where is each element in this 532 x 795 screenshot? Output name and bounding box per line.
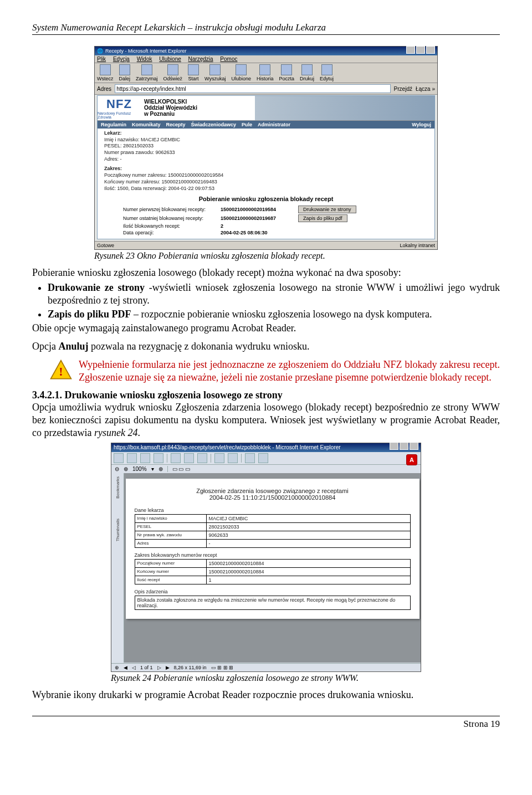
- menu-tools[interactable]: Narzędzia: [188, 56, 213, 62]
- lekarz-block: Lekarz: Imię i nazwisko: MACIEJ GEMBIC P…: [98, 129, 434, 164]
- adobe-logo-icon: A: [406, 454, 417, 465]
- ie-icon: 🌐: [97, 47, 103, 55]
- acrobat-title: https://box.kamsoft.pl:8443/ap-recepty/s…: [114, 443, 341, 452]
- ie-window-screenshot: 🌐Recepty - Microsoft Internet Explorer P…: [94, 46, 438, 250]
- row-first-recipe: Numer pierwszej blokowanej recepty: 1500…: [123, 206, 434, 213]
- hand-tool-icon[interactable]: [171, 453, 181, 463]
- figure-24: https://box.kamsoft.pl:8443/ap-recepty/s…: [111, 443, 421, 683]
- menu-view[interactable]: Widok: [137, 56, 152, 62]
- print-button[interactable]: Drukuj: [300, 64, 314, 81]
- mail-icon[interactable]: [140, 453, 150, 463]
- pdf-table-lekarz: Imię i nazwiskoMACIEJ GEMBIC PESEL280215…: [135, 514, 411, 548]
- back-button[interactable]: Wstecz: [97, 64, 114, 81]
- pdf-section-zakres: Zakres blokowanych numerów recept: [135, 552, 411, 558]
- page-footer: Strona 19: [32, 716, 500, 730]
- save-to-pdf-button[interactable]: Zapis do pliku pdf: [298, 214, 347, 222]
- menu-favorites[interactable]: Ulubione: [159, 56, 181, 62]
- acrobat-titlebar: https://box.kamsoft.pl:8443/ap-recepty/s…: [111, 443, 421, 452]
- nfz-header: NFZ Narodowy Fundusz Zdrowia WIELKOPOLSK…: [98, 96, 434, 121]
- nfz-logo: NFZ Narodowy Fundusz Zdrowia: [98, 96, 141, 120]
- edit-button[interactable]: Edytuj: [320, 64, 334, 81]
- doc-running-header: System Numerowania Recept Lekarskich – i…: [32, 22, 500, 35]
- nav-administrator[interactable]: Administrator: [258, 122, 290, 127]
- svg-text:!: !: [59, 365, 63, 378]
- window-title: Recepty - Microsoft Internet Explorer: [105, 47, 187, 55]
- prev-page-icon[interactable]: [214, 453, 224, 463]
- figure-23-caption: Rysunek 23 Okno Pobierania wniosku zgłos…: [94, 251, 438, 261]
- menu-file[interactable]: Plik: [97, 56, 106, 62]
- bookmarks-tab[interactable]: Bookmarks: [115, 476, 120, 499]
- nav-regulamin[interactable]: Regulamin: [101, 122, 126, 127]
- pdf-section-opis: Opis zdarzenia: [135, 589, 411, 594]
- nav-komunikaty[interactable]: Komunikaty: [132, 122, 161, 127]
- pdf-title: Zgłoszenie zdarzenia losowego związanego…: [135, 488, 411, 501]
- save-icon[interactable]: [114, 453, 124, 463]
- text-select-icon[interactable]: [184, 453, 194, 463]
- acrobat-toolbar-2: ⊖ ⊕ 100% ▾ ⊕ ▭ ▭ ▭: [111, 465, 421, 474]
- acrobat-sidebar: Bookmarks Thumbnails: [111, 473, 124, 663]
- next-page-icon[interactable]: [228, 453, 238, 463]
- paper-size: 8,26 x 11,69 in: [174, 665, 207, 670]
- menu-bar: Plik Edycja Widok Ulubione Narzędzia Pom…: [95, 55, 437, 63]
- figure-23: 🌐Recepty - Microsoft Internet Explorer P…: [94, 46, 438, 261]
- status-left: Gotowe: [97, 243, 114, 248]
- cancel-button[interactable]: « Anuluj: [249, 239, 283, 239]
- nav-logout[interactable]: Wyloguj: [412, 122, 431, 127]
- status-zone: Lokalny intranet: [400, 243, 435, 248]
- menu-edit[interactable]: Edycja: [113, 56, 130, 62]
- methods-list: Drukowanie ze strony -wyświetli wniosek …: [32, 281, 500, 321]
- print-icon[interactable]: [127, 453, 137, 463]
- window-controls: [405, 46, 435, 57]
- row-date: Data operacji: 2004-02-25 08:06:30: [123, 230, 434, 235]
- address-label: Adres: [97, 86, 111, 92]
- nav-pule[interactable]: Pule: [242, 122, 252, 127]
- warning-icon: !: [49, 358, 73, 383]
- favorites-button[interactable]: Ulubione: [232, 64, 252, 81]
- para-intro: Pobieranie wniosku zgłoszenia losowego (…: [32, 266, 500, 279]
- section-heading: 3.4.2.1. Drukowanie wniosku zgłoszenia l…: [32, 389, 500, 401]
- page-content: NFZ Narodowy Fundusz Zdrowia WIELKOPOLSK…: [97, 95, 435, 239]
- acrobat-toolbar-1: [111, 452, 421, 465]
- pdf-table-zakres: Początkowy numer15000210000002010884 Koń…: [135, 559, 411, 584]
- prev-view-icon[interactable]: [245, 453, 255, 463]
- mail-button[interactable]: Poczta: [279, 64, 295, 81]
- zoom-value[interactable]: 100%: [132, 466, 147, 472]
- para-anuluj: Opcja Anuluj pozwala na rezygnację z dok…: [32, 340, 500, 353]
- print-from-page-button[interactable]: Drukowanie ze strony: [298, 206, 356, 213]
- search-button[interactable]: Wyszukaj: [204, 64, 226, 81]
- pdf-page: Zgłoszenie zdarzenia losowego związanego…: [126, 479, 420, 619]
- search-icon[interactable]: [154, 453, 163, 463]
- snapshot-icon[interactable]: [197, 453, 207, 463]
- nav-recepty[interactable]: Recepty: [166, 122, 186, 127]
- window-titlebar: 🌐Recepty - Microsoft Internet Explorer: [95, 47, 437, 55]
- list-item: Drukowanie ze strony -wyświetli wniosek …: [48, 281, 500, 307]
- history-button[interactable]: Historia: [257, 64, 274, 81]
- stop-button[interactable]: Zatrzymaj: [136, 64, 158, 81]
- header-photo: [255, 96, 434, 120]
- go-button[interactable]: Przejdź: [394, 86, 412, 92]
- forward-button[interactable]: Dalej: [119, 64, 131, 81]
- pdf-section-lekarz: Dane lekarza: [135, 507, 411, 513]
- thumbnails-tab[interactable]: Thumbnails: [115, 519, 120, 541]
- warning-box: ! Wypełnienie formularza nie jest jednoz…: [49, 358, 500, 383]
- home-button[interactable]: Start: [188, 64, 199, 81]
- address-bar: Adres Przejdź Łącza »: [95, 83, 437, 95]
- menu-help[interactable]: Pomoc: [220, 56, 237, 62]
- refresh-button[interactable]: Odśwież: [163, 64, 183, 81]
- address-input[interactable]: [115, 84, 390, 93]
- form-title: Pobieranie wniosku zgłoszenia blokady re…: [98, 196, 434, 202]
- warning-text: Wypełnienie formularza nie jest jednozna…: [79, 358, 500, 383]
- figure-24-caption: Rysunek 24 Pobieranie wniosku zgłoszenia…: [111, 673, 421, 683]
- zakres-block: Zakres: Początkowy numer zakresu: 150002…: [98, 164, 434, 193]
- acrobat-statusbar: ⊕◀◁ 1 of 1 ▷▶ 8,26 x 11,69 in ▭ ⊞ ⊞ ⊞: [111, 663, 421, 671]
- links-button[interactable]: Łącza »: [416, 86, 435, 92]
- status-bar: Gotowe Lokalny intranet: [95, 241, 437, 249]
- acrobat-window-screenshot: https://box.kamsoft.pl:8443/ap-recepty/s…: [111, 443, 421, 672]
- row-count: Ilość blokowanych recept: 2: [123, 223, 434, 229]
- nfz-branch: WIELKOPOLSKI Oddział Wojewódzki w Poznan…: [141, 96, 255, 120]
- browser-toolbar: Wstecz Dalej Zatrzymaj Odśwież Start Wys…: [95, 63, 437, 83]
- pdf-table-opis: Blokada została zgłoszona ze względu na …: [135, 596, 411, 610]
- next-view-icon[interactable]: [258, 453, 268, 463]
- row-last-recipe: Numer ostatniej blokowanej recepty: 1500…: [123, 214, 434, 222]
- nav-swiadczeniodawcy[interactable]: Świadczeniodawcy: [191, 122, 237, 127]
